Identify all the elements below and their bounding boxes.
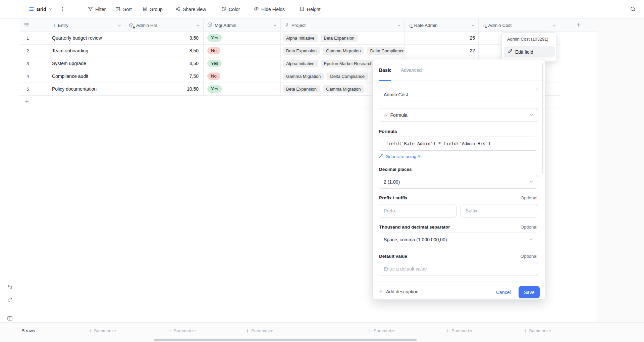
share-icon: [175, 6, 180, 12]
column-header-admin-hrs[interactable]: Admin Hrs: [125, 19, 204, 32]
summarize-button-project[interactable]: Summarize: [368, 328, 396, 333]
separator-select[interactable]: Space, comma (1 000 000,00): [379, 233, 538, 246]
cell-project[interactable]: Alpha Initiative Beta Expansion: [281, 32, 405, 45]
cell-rate-admin[interactable]: 22: [405, 45, 479, 57]
summarize-button-admin-hrs[interactable]: Summarize: [168, 328, 196, 333]
horizontal-scrollbar[interactable]: [154, 339, 417, 341]
sidebar-toggle-button[interactable]: [7, 316, 13, 322]
separator-value: Space, comma (1 000 000,00): [384, 237, 447, 242]
chevron-down-icon[interactable]: [471, 23, 475, 29]
summarize-label: Summarize: [451, 328, 474, 333]
cell-entry[interactable]: Quarterly budget review: [49, 32, 125, 45]
cell-entry[interactable]: System upgrade: [49, 57, 125, 70]
plus-icon: [523, 329, 527, 333]
cell-rate-admin[interactable]: 25: [405, 32, 479, 45]
row-height-button[interactable]: Height: [300, 0, 320, 19]
view-more-button[interactable]: [62, 0, 63, 19]
field-name-input[interactable]: [379, 88, 538, 101]
row-number[interactable]: 1: [20, 32, 49, 45]
default-value-input[interactable]: [379, 262, 538, 276]
row-number[interactable]: 3: [20, 57, 49, 70]
formula-lock-icon: √x: [482, 23, 486, 27]
decimal-places-label: Decimal places: [379, 167, 412, 172]
cell-mgr-admin[interactable]: No: [204, 70, 281, 83]
chevron-down-icon[interactable]: [397, 23, 401, 29]
grid-empty-area: [597, 19, 644, 322]
row-number-header[interactable]: [20, 19, 49, 32]
view-switcher[interactable]: Grid: [29, 0, 53, 19]
formula-input[interactable]: field('Rate Admin') * field('Admin Hrs'): [379, 137, 538, 151]
column-header-entry[interactable]: T Entry: [49, 19, 125, 32]
tab-advanced[interactable]: Advanced: [401, 67, 422, 73]
cell-entry[interactable]: Compliance audit: [49, 70, 125, 83]
cell-admin-hrs[interactable]: 8,50: [125, 45, 204, 57]
tab-basic[interactable]: Basic: [379, 67, 391, 73]
default-value-label: Default value: [379, 254, 407, 259]
summarize-button-mgr-admin[interactable]: Summarize: [246, 328, 273, 333]
generate-ai-button[interactable]: Generate using AI: [379, 154, 422, 159]
edit-field-label: Edit field: [515, 49, 533, 55]
group-button[interactable]: Group: [142, 0, 163, 19]
column-label: Entry: [58, 23, 68, 28]
add-field-button[interactable]: [560, 19, 597, 32]
cancel-button[interactable]: Cancel: [496, 290, 511, 295]
suffix-input[interactable]: [461, 204, 538, 217]
decimal-places-select[interactable]: 2 (1.00): [379, 175, 538, 189]
summarize-label: Summarize: [174, 328, 196, 333]
redo-icon: [7, 297, 13, 304]
formula-lock-icon: √x: [408, 23, 412, 27]
field-type-select[interactable]: √x Formula: [379, 108, 538, 122]
undo-button[interactable]: [7, 284, 13, 290]
share-view-label: Share view: [183, 7, 206, 12]
cell-admin-hrs[interactable]: 4,50: [125, 57, 204, 70]
column-label: Project: [291, 23, 306, 28]
cell-admin-hrs[interactable]: 10,50: [125, 83, 204, 96]
column-header-admin-cost[interactable]: √x Admin Cost: [479, 19, 560, 32]
summarize-button-entry[interactable]: Summarize: [88, 328, 116, 333]
chevron-down-icon: [529, 237, 533, 242]
hide-fields-button[interactable]: Hide Fields: [254, 0, 285, 19]
color-button[interactable]: Color: [221, 0, 240, 19]
chevron-down-icon[interactable]: [117, 23, 121, 29]
search-button[interactable]: [630, 0, 636, 19]
panel-scrollbar[interactable]: [542, 63, 543, 174]
chevron-down-icon[interactable]: [196, 23, 200, 29]
undo-icon: [7, 284, 13, 291]
project-tag: Delta Compliance: [327, 72, 368, 80]
plus-icon: [576, 22, 581, 28]
kebab-icon: [62, 6, 63, 13]
status-badge: Yes: [207, 34, 222, 42]
cell-project[interactable]: Beta Expansion Gamma Migration Delta Com…: [281, 45, 405, 57]
cell-entry[interactable]: Team onboarding: [49, 45, 125, 57]
sort-button[interactable]: Sort: [116, 0, 132, 19]
filter-button[interactable]: Filter: [88, 0, 106, 19]
cell-entry[interactable]: Policy documentation: [49, 83, 125, 96]
redo-button[interactable]: [7, 297, 13, 303]
chevron-down-icon[interactable]: [273, 23, 277, 29]
save-button[interactable]: Save: [519, 286, 540, 298]
pencil-icon: [507, 49, 512, 55]
row-number[interactable]: 5: [20, 83, 49, 96]
summarize-button-admin-cost[interactable]: Summarize: [523, 328, 551, 333]
edit-field-menu-item[interactable]: Edit field: [504, 46, 555, 57]
share-view-button[interactable]: Share view: [175, 0, 206, 19]
cell-mgr-admin[interactable]: Yes: [204, 57, 281, 70]
column-header-project[interactable]: Project: [281, 19, 405, 32]
cell-admin-hrs[interactable]: 3,50: [125, 32, 204, 45]
column-header-rate-admin[interactable]: √x Rate Admin: [405, 19, 479, 32]
chevron-down-icon[interactable]: [552, 23, 556, 29]
summarize-button-rate-admin[interactable]: Summarize: [446, 328, 474, 333]
row-number[interactable]: 4: [20, 70, 49, 83]
cell-mgr-admin[interactable]: No: [204, 45, 281, 57]
view-name: Grid: [37, 7, 46, 12]
cell-mgr-admin[interactable]: Yes: [204, 32, 281, 45]
row-count: 5 rows: [22, 328, 35, 333]
cell-mgr-admin[interactable]: Yes: [204, 83, 281, 96]
prefix-input[interactable]: [379, 204, 457, 217]
column-header-mgr-admin[interactable]: Mgr Admin: [204, 19, 281, 32]
row-number[interactable]: 2: [20, 45, 49, 57]
add-description-button[interactable]: Add description: [379, 289, 419, 294]
ai-wand-icon: [379, 154, 383, 159]
cell-admin-hrs[interactable]: 7,50: [125, 70, 204, 83]
project-tag: Beta Expansion: [321, 34, 358, 42]
